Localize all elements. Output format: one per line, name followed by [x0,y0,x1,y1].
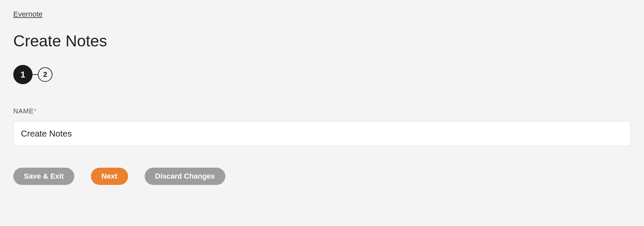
save-exit-button[interactable]: Save & Exit [13,168,74,185]
step-2[interactable]: 2 [38,67,52,82]
breadcrumb-evernote[interactable]: Evernote [13,10,42,19]
step-1[interactable]: 1 [13,65,33,84]
step-connector [33,74,38,75]
button-row: Save & Exit Next Discard Changes [13,168,631,185]
page-title: Create Notes [13,32,631,50]
name-input[interactable] [13,121,631,146]
required-mark: * [34,107,37,115]
name-label: NAME* [13,107,631,115]
stepper: 1 2 [13,65,631,84]
next-button[interactable]: Next [91,168,128,185]
name-label-text: NAME [13,107,34,115]
discard-button[interactable]: Discard Changes [145,168,226,185]
